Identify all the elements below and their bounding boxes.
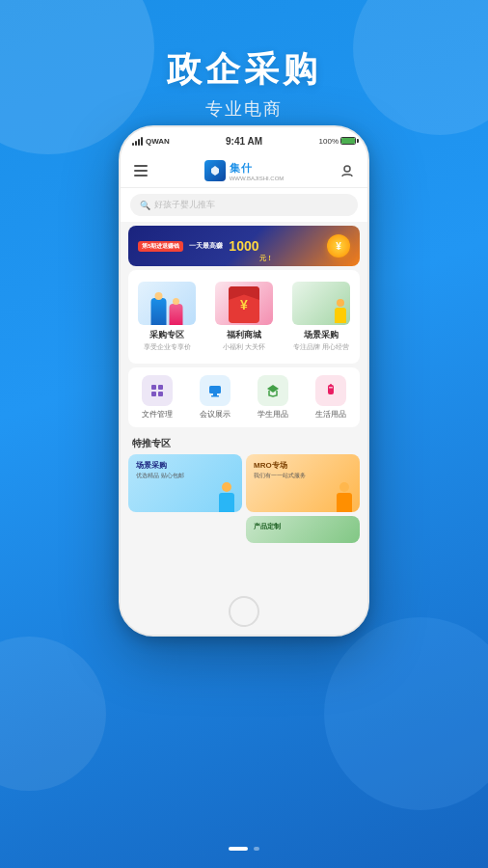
svg-rect-4 — [151, 385, 156, 390]
featured-product-custom[interactable]: 产品定制 — [246, 516, 360, 543]
category-welfare-subtitle: 小福利 大关怀 — [223, 342, 265, 352]
card-person-body — [219, 493, 234, 512]
logo-name: 集什 — [230, 161, 285, 176]
svg-rect-14 — [330, 384, 332, 386]
banner-amount: 1000 — [229, 238, 258, 254]
search-bar: 🔍 好孩子婴儿推车 — [121, 188, 367, 222]
banner-unit: 元！ — [259, 254, 273, 263]
life-goods-label: 生活用品 — [315, 409, 346, 420]
logo-icon — [204, 160, 226, 181]
student-label: 学生用品 — [258, 409, 288, 420]
svg-rect-10 — [211, 395, 219, 397]
category-purchase-subtitle: 享受企业专享价 — [144, 342, 191, 352]
scene-person-body — [335, 308, 346, 323]
power-button — [368, 204, 369, 253]
card-person-head — [222, 482, 231, 492]
category-welfare[interactable]: 福利商城 小福利 大关怀 — [205, 278, 283, 360]
app-logo: 集什 WWW.BAJISHI.COM — [204, 160, 285, 181]
icon-student[interactable]: 学生用品 — [244, 375, 302, 420]
volume-down-button — [119, 270, 120, 304]
header-section: 政企采购 专业电商 — [0, 0, 488, 136]
svg-rect-8 — [209, 386, 221, 393]
mro-person-figure — [337, 482, 352, 512]
dot-1 — [229, 847, 248, 851]
svg-rect-1 — [134, 170, 148, 172]
category-purchase[interactable]: 采购专区 享受企业专享价 — [128, 278, 205, 360]
featured-mro-label: MRO专场 — [254, 460, 306, 471]
featured-scene-text: 场景采购 优选精品 贴心包邮 — [136, 460, 184, 480]
meeting-icon — [200, 375, 230, 406]
banner-coin: ¥ — [327, 234, 350, 258]
featured-custom-text: 产品定制 — [254, 522, 281, 531]
category-welfare-image — [215, 282, 273, 325]
phone-screen: 集什 WWW.BAJISHI.COM 🔍 好孩子婴儿推车 第5期进退赚钱 一天最 — [121, 154, 367, 635]
promotion-banner[interactable]: 第5期进退赚钱 一天最高赚 1000 元！ ¥ — [128, 226, 360, 266]
featured-mro-desc: 我们有一一站式服务 — [254, 472, 306, 480]
category-scene[interactable]: 场景采购 专注品牌 用心经营 — [283, 278, 360, 360]
svg-rect-13 — [329, 387, 333, 389]
battery-area: 100% — [319, 137, 356, 146]
featured-custom-label: 产品定制 — [254, 522, 281, 531]
featured-mro[interactable]: MRO专场 我们有一一站式服务 — [246, 454, 360, 512]
svg-rect-12 — [328, 385, 334, 394]
battery-icon — [340, 137, 356, 145]
category-scene-image — [292, 282, 350, 325]
header-subtitle: 专业电商 — [0, 97, 488, 121]
battery-percent: 100% — [319, 137, 339, 146]
icon-life-goods[interactable]: 生活用品 — [302, 375, 360, 420]
featured-scene-purchase[interactable]: 场景采购 优选精品 贴心包邮 — [128, 454, 242, 512]
header-title: 政企采购 — [0, 46, 488, 94]
meeting-label: 会议展示 — [200, 409, 230, 420]
purchase-illustration — [151, 298, 183, 325]
bg-decoration-bl — [0, 637, 106, 791]
red-envelope-top — [229, 286, 259, 300]
phone-frame: QWAN 9:41 AM 100% — [119, 125, 369, 637]
student-icon — [258, 375, 288, 406]
dot-2 — [254, 847, 259, 851]
search-placeholder: 好孩子婴儿推车 — [154, 199, 215, 211]
svg-rect-2 — [134, 175, 148, 176]
icon-meeting[interactable]: 会议展示 — [186, 375, 244, 420]
mute-button — [119, 195, 120, 219]
file-management-icon — [142, 375, 173, 406]
svg-rect-0 — [134, 165, 148, 167]
home-button[interactable] — [229, 596, 259, 627]
page-dots — [0, 837, 488, 856]
red-envelope-illustration — [229, 286, 259, 323]
icon-file-management[interactable]: 文件管理 — [128, 375, 186, 420]
profile-icon[interactable] — [339, 162, 356, 179]
quick-access-icons: 文件管理 会议展示 — [128, 367, 360, 427]
section-title-text: 特推专区 — [121, 431, 367, 454]
signal-bars — [132, 137, 143, 146]
logo-url: WWW.BAJISHI.COM — [230, 176, 285, 181]
search-icon: 🔍 — [140, 201, 150, 210]
category-scene-title: 场景采购 — [304, 329, 339, 341]
svg-rect-5 — [158, 385, 163, 390]
signal-area: QWAN — [132, 137, 170, 146]
menu-icon[interactable] — [132, 162, 149, 179]
scene-illustration — [335, 299, 346, 323]
featured-mro-text: MRO专场 我们有一一站式服务 — [254, 460, 306, 480]
status-bar: QWAN 9:41 AM 100% — [121, 127, 367, 154]
carrier-name: QWAN — [146, 137, 170, 146]
category-scene-subtitle: 专注品牌 用心经营 — [293, 342, 349, 352]
scene-person-head — [337, 299, 344, 307]
svg-point-3 — [344, 166, 350, 172]
svg-rect-6 — [151, 392, 156, 396]
category-welfare-title: 福利商城 — [227, 329, 261, 341]
bg-decoration-br — [324, 617, 488, 810]
featured-scene-label: 场景采购 — [136, 460, 184, 471]
mro-person-head — [339, 482, 349, 492]
person-figure-1 — [151, 298, 167, 325]
search-input[interactable]: 🔍 好孩子婴儿推车 — [130, 194, 358, 216]
categories-section: 采购专区 享受企业专享价 福利商城 小福利 大关怀 — [128, 270, 360, 364]
banner-text: 一天最高赚 — [189, 241, 223, 251]
featured-section-title: 特推专区 — [121, 431, 367, 454]
logo-text: 集什 WWW.BAJISHI.COM — [230, 161, 285, 181]
file-management-label: 文件管理 — [142, 409, 173, 420]
featured-grid: 场景采购 优选精品 贴心包邮 MRO专场 我们有一一站式服务 — [128, 454, 360, 543]
status-time: 9:41 AM — [226, 136, 262, 147]
banner-badge: 第5期进退赚钱 — [138, 241, 183, 252]
phone-mockup: QWAN 9:41 AM 100% — [119, 125, 369, 637]
mro-person-body — [337, 493, 352, 512]
